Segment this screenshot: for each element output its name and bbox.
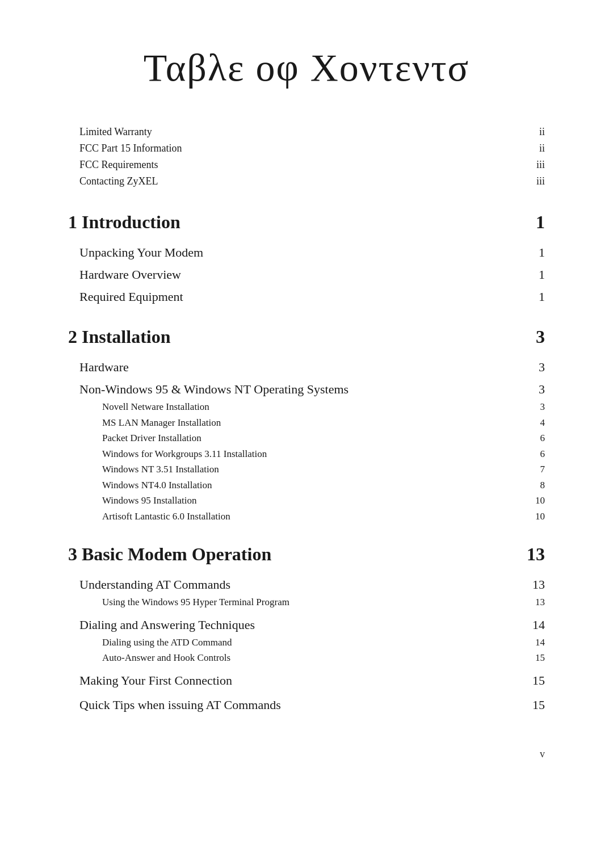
subsection-at-commands: Understanding AT Commands 13 Using the W… <box>68 575 545 610</box>
entry-win95-page: 10 <box>522 495 545 506</box>
entry-dialing-page: 14 <box>522 618 545 632</box>
entry-page-fccreq: iii <box>522 159 545 171</box>
toc-winnt351: Windows NT 3.51 Installation 7 <box>102 462 545 477</box>
entry-mslan: MS LAN Manager Installation <box>102 416 221 430</box>
entry-atd-page: 14 <box>522 637 545 648</box>
section-3-page: 13 <box>527 544 545 565</box>
subsection-unpacking: Unpacking Your Modem 1 <box>68 243 545 262</box>
entry-packet: Packet Driver Installation <box>102 431 201 446</box>
entry-winnt351-page: 7 <box>522 464 545 475</box>
footer-page-number: v <box>540 748 545 760</box>
entry-win311: Windows for Workgroups 3.11 Installation <box>102 447 267 462</box>
front-matter: Limited Warranty ii FCC Part 15 Informat… <box>68 124 545 189</box>
toc-win311: Windows for Workgroups 3.11 Installation… <box>102 447 545 462</box>
entry-page-zyxel: iii <box>522 175 545 187</box>
entry-dialing: Dialing and Answering Techniques <box>79 615 255 634</box>
entry-title-zyxel: Contacting ZyXEL <box>79 174 158 189</box>
page-footer: v <box>68 748 545 760</box>
entry-title-warranty: Limited Warranty <box>79 124 152 140</box>
toc-hyper-terminal: Using the Windows 95 Hyper Terminal Prog… <box>102 595 545 610</box>
entry-packet-page: 6 <box>522 433 545 444</box>
toc-artisoft: Artisoft Lantastic 6.0 Installation 10 <box>102 509 545 524</box>
entry-hardware-page: 3 <box>522 360 545 375</box>
entry-at-commands: Understanding AT Commands <box>79 575 230 594</box>
toc-novell: Novell Netware Installation 3 <box>102 400 545 414</box>
entry-novell-page: 3 <box>522 401 545 413</box>
entry-auto-answer: Auto-Answer and Hook Controls <box>102 651 230 665</box>
entry-winnt40-page: 8 <box>522 480 545 491</box>
entry-hyper-terminal-page: 13 <box>522 597 545 608</box>
section-2-page: 3 <box>536 326 545 347</box>
installation-group: Novell Netware Installation 3 MS LAN Man… <box>79 400 545 523</box>
section-1-title: 1 Introduction <box>68 212 180 233</box>
entry-mslan-page: 4 <box>522 417 545 429</box>
toc-entry-warranty: Limited Warranty ii <box>79 124 545 140</box>
toc-auto-answer: Auto-Answer and Hook Controls 15 <box>102 651 545 665</box>
entry-quick-tips: Quick Tips when issuing AT Commands <box>79 695 281 714</box>
entry-first-connection: Making Your First Connection <box>79 671 232 690</box>
section-introduction: 1 Introduction 1 <box>68 212 545 233</box>
entry-artisoft: Artisoft Lantastic 6.0 Installation <box>102 509 230 524</box>
entry-quick-tips-page: 15 <box>522 698 545 712</box>
entry-first-connection-page: 15 <box>522 673 545 688</box>
entry-title-fccreq: FCC Requirements <box>79 157 158 173</box>
subsection-dialing: Dialing and Answering Techniques 14 Dial… <box>68 615 545 665</box>
entry-win311-page: 6 <box>522 448 545 460</box>
toc-entry-zyxel: Contacting ZyXEL iii <box>79 174 545 189</box>
dialing-children: Dialing using the ATD Command 14 Auto-An… <box>79 635 545 665</box>
entry-hardware: Hardware <box>79 358 129 376</box>
subsection-required-equipment: Required Equipment 1 <box>68 287 545 306</box>
entry-page-warranty: ii <box>522 126 545 138</box>
entry-hardware-overview-page: 1 <box>522 267 545 282</box>
page-title: Ταβλε οφ Χοντεντσ <box>68 45 545 90</box>
subsection-hardware-overview: Hardware Overview 1 <box>68 265 545 284</box>
subsection-non-windows: Non-Windows 95 & Windows NT Operating Sy… <box>68 380 545 523</box>
toc-win95: Windows 95 Installation 10 <box>102 493 545 508</box>
section-installation: 2 Installation 3 <box>68 326 545 347</box>
subsection-hardware: Hardware 3 <box>68 358 545 376</box>
entry-page-fcc15: ii <box>522 142 545 154</box>
entry-auto-answer-page: 15 <box>522 652 545 664</box>
entry-hyper-terminal: Using the Windows 95 Hyper Terminal Prog… <box>102 595 289 610</box>
entry-title-fcc15: FCC Part 15 Information <box>79 141 182 156</box>
section-basic-modem: 3 Basic Modem Operation 13 <box>68 544 545 565</box>
entry-non-windows: Non-Windows 95 & Windows NT Operating Sy… <box>79 380 349 399</box>
subsection-quick-tips: Quick Tips when issuing AT Commands 15 <box>68 695 545 714</box>
toc-entry-fcc15: FCC Part 15 Information ii <box>79 141 545 156</box>
entry-at-commands-page: 13 <box>522 577 545 592</box>
entry-required-equipment: Required Equipment <box>79 287 183 306</box>
entry-artisoft-page: 10 <box>522 511 545 522</box>
entry-required-equipment-page: 1 <box>522 290 545 304</box>
section-1-page: 1 <box>536 212 545 233</box>
entry-hardware-overview: Hardware Overview <box>79 265 181 284</box>
entry-novell: Novell Netware Installation <box>102 400 209 414</box>
toc-packet: Packet Driver Installation 6 <box>102 431 545 446</box>
entry-unpacking: Unpacking Your Modem <box>79 243 203 262</box>
entry-win95: Windows 95 Installation <box>102 493 196 508</box>
entry-non-windows-page: 3 <box>522 382 545 397</box>
toc-atd: Dialing using the ATD Command 14 <box>102 635 545 650</box>
toc-winnt40: Windows NT4.0 Installation 8 <box>102 478 545 493</box>
section-2-title: 2 Installation <box>68 326 170 347</box>
entry-winnt40: Windows NT4.0 Installation <box>102 478 212 493</box>
at-commands-children: Using the Windows 95 Hyper Terminal Prog… <box>79 595 545 610</box>
entry-atd: Dialing using the ATD Command <box>102 635 232 650</box>
entry-unpacking-page: 1 <box>522 245 545 260</box>
toc-mslan: MS LAN Manager Installation 4 <box>102 416 545 430</box>
section-3-title: 3 Basic Modem Operation <box>68 544 271 565</box>
subsection-first-connection: Making Your First Connection 15 <box>68 671 545 690</box>
toc-entry-fccreq: FCC Requirements iii <box>79 157 545 173</box>
entry-winnt351: Windows NT 3.51 Installation <box>102 462 219 477</box>
